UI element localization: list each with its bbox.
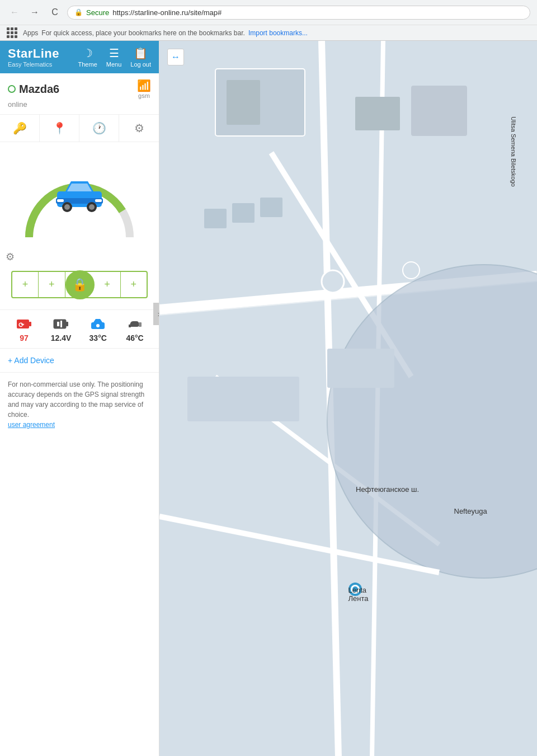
- apps-label: Apps: [23, 29, 38, 37]
- bookmarks-bar: Apps For quick access, place your bookma…: [0, 25, 537, 40]
- gauge-wrapper: [18, 153, 141, 243]
- key-icon: 🔑: [13, 121, 27, 135]
- control-add-3-button[interactable]: +: [95, 272, 121, 297]
- voltage-icon: [51, 316, 71, 332]
- control-add-1-button[interactable]: +: [12, 272, 39, 297]
- nefteyuganskoe-text: Нефтеюганское ш.: [356, 485, 419, 494]
- svg-rect-34: [327, 349, 394, 388]
- forward-button[interactable]: →: [27, 4, 43, 20]
- lenta-text: Lenta: [348, 586, 367, 594]
- brand-block: StarLine Easy Telematics: [8, 46, 59, 68]
- svg-point-3: [64, 204, 70, 210]
- svg-text:⟳: ⟳: [18, 321, 25, 329]
- gear-icon: ⚙: [134, 121, 144, 135]
- refresh-button[interactable]: C: [47, 4, 63, 20]
- location-icon: 📍: [53, 121, 67, 135]
- expand-icon: ↔: [171, 52, 180, 62]
- history-action-button[interactable]: 🕐: [79, 115, 119, 142]
- control-add-4-button[interactable]: +: [121, 272, 147, 297]
- address-bar[interactable]: 🔒 Secure https://starline-online.ru/site…: [67, 6, 530, 20]
- svg-rect-11: [54, 320, 66, 328]
- map-label-lenta: Lenta Лента: [348, 586, 369, 603]
- battery-alert-value: 97: [20, 334, 29, 342]
- moon-icon: ☽: [83, 46, 93, 60]
- hamburger-icon: ☰: [109, 46, 119, 60]
- user-agreement-link[interactable]: user agreement: [8, 421, 55, 429]
- plus-icon-2: +: [49, 279, 55, 290]
- svg-rect-18: [139, 322, 142, 327]
- vehicle-row: Mazda6 📶 gsm: [8, 79, 151, 99]
- stats-row: ⟳ 97 12.4V: [0, 309, 159, 348]
- svg-point-5: [89, 204, 95, 210]
- url-display: https://starline-online.ru/site/map#: [112, 8, 222, 17]
- menu-button[interactable]: ☰ Menu: [106, 46, 122, 68]
- lenta-cyrillic-text: Лента: [348, 594, 369, 603]
- brand-name: StarLine: [8, 46, 59, 61]
- brand-sub: Easy Telematics: [8, 61, 59, 68]
- gsm-signal-icon: 📶: [137, 79, 151, 92]
- svg-rect-13: [60, 321, 62, 327]
- stat-item-cabin-temp: 33°C: [88, 316, 108, 342]
- cabin-temp-icon: [88, 316, 108, 332]
- control-arrow-button[interactable]: ›: [153, 303, 159, 325]
- svg-rect-27: [227, 80, 260, 125]
- svg-rect-12: [57, 322, 59, 326]
- vehicle-status-dot: [8, 85, 16, 93]
- gsm-label: gsm: [138, 92, 150, 99]
- add-device-row[interactable]: + Add Device: [0, 348, 159, 372]
- svg-rect-9: [29, 322, 31, 326]
- vehicle-name-block: Mazda6: [8, 83, 59, 96]
- svg-point-16: [96, 324, 100, 327]
- import-bookmarks-link[interactable]: Import bookmarks...: [248, 29, 308, 37]
- add-device-label: + Add Device: [8, 356, 54, 365]
- vehicle-name: Mazda6: [19, 83, 59, 96]
- secure-icon: 🔒: [74, 8, 83, 16]
- svg-point-32: [403, 262, 420, 279]
- vehicle-online-status: online: [8, 100, 151, 109]
- expand-map-button[interactable]: ↔: [167, 49, 184, 65]
- stat-item-voltage: 12.4V: [51, 316, 72, 342]
- gsm-block: 📶 gsm: [137, 79, 151, 99]
- engine-temp-icon: [125, 316, 145, 332]
- key-action-button[interactable]: 🔑: [0, 115, 40, 142]
- lock-icon: 🔒: [72, 278, 87, 292]
- theme-button[interactable]: ☽ Theme: [78, 46, 97, 68]
- location-action-button[interactable]: 📍: [40, 115, 79, 142]
- svg-rect-14: [66, 322, 68, 326]
- voltage-value: 12.4V: [51, 334, 72, 342]
- svg-rect-37: [260, 198, 282, 217]
- car-icon-svg: [51, 175, 107, 214]
- engine-temp-value: 46°C: [126, 334, 143, 342]
- cabin-temp-value: 33°C: [90, 334, 107, 342]
- map-label-nefteyuga: Nefteyuga: [454, 507, 487, 515]
- secure-label: Secure: [86, 8, 109, 17]
- svg-rect-6: [57, 199, 64, 202]
- svg-rect-33: [187, 377, 299, 421]
- map-label-nefteyuganskoe: Нефтеюганское ш.: [356, 485, 419, 494]
- map-label-biletskogo: Ulitsa Semena Biletskogo: [510, 116, 516, 186]
- footer-note: For non-commercial use only. The positio…: [0, 372, 159, 436]
- settings-action-button[interactable]: ⚙: [119, 115, 159, 142]
- svg-rect-36: [232, 203, 255, 223]
- app-container: StarLine Easy Telematics ☽ Theme ☰ Menu …: [0, 41, 537, 756]
- footer-note-text: For non-commercial use only. The positio…: [8, 381, 144, 419]
- plus-icon-1: +: [22, 279, 29, 290]
- svg-rect-29: [411, 86, 467, 136]
- back-button[interactable]: ←: [7, 4, 22, 20]
- lock-button[interactable]: 🔒: [65, 270, 95, 299]
- quick-actions: 🔑 📍 🕐 ⚙: [0, 115, 159, 142]
- vehicle-panel: Mazda6 📶 gsm online: [0, 73, 159, 115]
- plus-icon-4: +: [131, 279, 137, 290]
- svg-rect-35: [204, 209, 227, 228]
- clock-icon: 🕐: [92, 121, 106, 135]
- plus-icon-3: +: [104, 279, 110, 290]
- small-gear-icon: ⚙: [6, 251, 153, 263]
- car-gauge-section: [0, 142, 159, 248]
- control-add-2-button[interactable]: +: [39, 272, 65, 297]
- svg-rect-28: [355, 97, 400, 130]
- control-strip: + + 🔒 + +: [11, 271, 148, 298]
- browser-toolbar: ← → C 🔒 Secure https://starline-online.r…: [0, 0, 537, 25]
- logout-button[interactable]: 📋 Log out: [130, 46, 151, 68]
- logout-icon: 📋: [134, 46, 148, 60]
- header-icons: ☽ Theme ☰ Menu 📋 Log out: [78, 46, 151, 68]
